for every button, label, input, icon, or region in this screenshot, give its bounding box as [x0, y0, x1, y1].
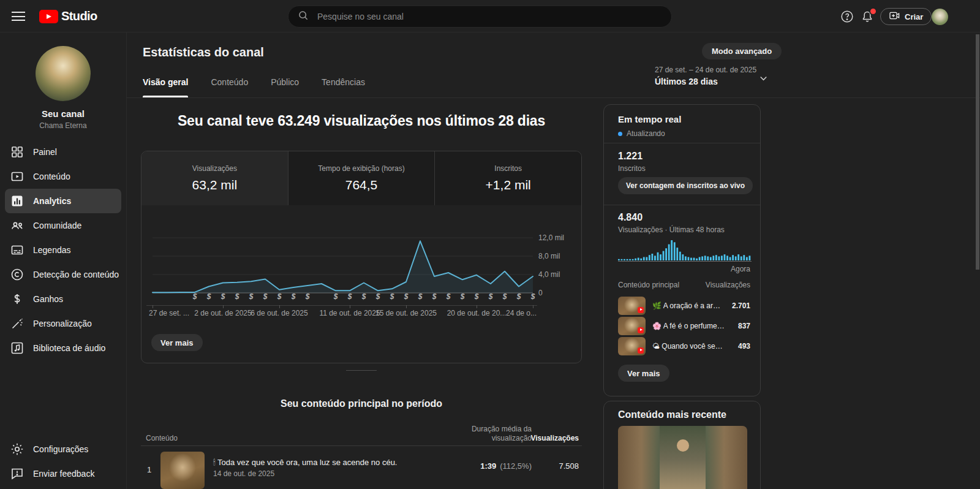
sidebar-item-personalizacao[interactable]: Personalização — [5, 311, 121, 336]
sidebar-footer-nav: ConfiguraçõesEnviar feedback — [0, 437, 126, 486]
table-row[interactable]: 1🕯 Toda vez que você ora, uma luz se ace… — [141, 448, 582, 489]
account-avatar[interactable] — [932, 9, 948, 25]
realtime-subscribers: 1.221 — [618, 151, 643, 162]
divider — [604, 205, 760, 205]
x-axis-tick — [350, 305, 350, 308]
create-video-icon — [889, 10, 900, 24]
sidebar-item-analytics[interactable]: Analytics — [5, 189, 121, 213]
tab-visao-geral[interactable]: Visão geral — [143, 77, 188, 97]
menu-icon[interactable] — [12, 12, 25, 21]
top-content-title: Seu conteúdo principal no período — [141, 398, 582, 409]
scrollbar-thumb[interactable] — [976, 34, 979, 270]
sidebar-item-deteccao-de-conteudo[interactable]: Detecção de conteúdo — [5, 262, 121, 287]
monetization-icon: $ — [219, 292, 227, 301]
video-thumbnail — [618, 297, 646, 315]
x-axis-line — [146, 305, 537, 306]
row-rank: 1 — [147, 465, 151, 474]
sidebar-item-conteudo[interactable]: Conteúdo — [5, 164, 121, 189]
sidebar-item-configuracoes[interactable]: Configurações — [5, 437, 121, 461]
help-icon[interactable] — [840, 9, 854, 24]
video-views: 837 — [729, 322, 750, 330]
see-more-button[interactable]: Ver mais — [151, 334, 203, 351]
settings-icon — [10, 442, 24, 457]
content-icon — [10, 169, 24, 184]
metric-card-inscritos[interactable]: Inscritos+1,2 mil — [435, 151, 581, 205]
monetization-icon: $ — [473, 292, 480, 301]
x-axis-label: 2 de out. de 2025 — [194, 309, 251, 317]
realtime-now-label: Agora — [731, 265, 750, 273]
realtime-content-item[interactable]: 🌿 A oração é a arma qu…2.701 — [618, 295, 750, 316]
section-divider — [346, 370, 377, 371]
column-header-avg-duration[interactable]: Duração média da visualização — [429, 425, 532, 443]
sidebar-item-label: Analytics — [33, 196, 71, 206]
sidebar-item-comunidade[interactable]: Comunidade — [5, 213, 121, 238]
search-input[interactable] — [316, 11, 671, 22]
video-views: 7.508 — [518, 461, 579, 471]
realtime-subscribers-label: Inscritos — [618, 164, 646, 173]
sidebar-item-label: Legendas — [33, 245, 71, 255]
realtime-list-headers: Conteúdo principal Visualizações — [618, 281, 750, 289]
sidebar-item-legendas[interactable]: Legendas — [5, 238, 121, 262]
advanced-mode-button[interactable]: Modo avançado — [702, 43, 782, 59]
video-date: 14 de out. de 2025 — [213, 469, 274, 478]
recent-content-card: Conteúdo mais recente — [603, 401, 761, 489]
x-axis-label: 6 de out. de 2025 — [251, 309, 307, 317]
realtime-see-more-button[interactable]: Ver mais — [618, 365, 669, 382]
metric-card-tempo-de-exibicao-horas[interactable]: Tempo de exibição (horas)764,5 — [288, 151, 435, 205]
channel-avatar[interactable] — [36, 46, 91, 101]
video-views: 493 — [729, 342, 750, 351]
page-title: Estatísticas do canal — [143, 45, 264, 59]
metric-card-visualizacoes[interactable]: Visualizações63,2 mil — [141, 151, 288, 205]
video-views: 2.701 — [729, 301, 750, 310]
tab-conteudo[interactable]: Conteúdo — [211, 77, 248, 97]
monetization-icon: $ — [417, 292, 424, 301]
monetization-icon: $ — [191, 292, 198, 301]
realtime-axis-line — [618, 261, 752, 262]
x-axis-tick — [533, 305, 533, 308]
topbar: Studio Criar — [0, 0, 980, 32]
realtime-content-item[interactable]: 🌤 Quando você se sente …493 — [618, 336, 750, 356]
live-subscriber-count-button[interactable]: Ver contagem de inscritos ao vivo — [618, 177, 753, 194]
x-axis-tick — [477, 305, 477, 308]
sidebar-item-enviar-feedback[interactable]: Enviar feedback — [5, 461, 121, 486]
youtube-logo-icon[interactable] — [39, 10, 58, 23]
x-axis-label: 27 de set. ... — [149, 309, 189, 317]
realtime-card: Em tempo real Atualizando 1.221 Inscrito… — [603, 104, 761, 396]
realtime-content-item[interactable]: 🌸 A fé é o perfume da al…837 — [618, 316, 750, 336]
sidebar-item-ganhos[interactable]: Ganhos — [5, 287, 121, 311]
x-axis-label: 24 de o... — [506, 309, 537, 317]
sidebar-item-biblioteca-de-audio[interactable]: Biblioteca de áudio — [5, 336, 121, 360]
monetization-icon: $ — [276, 292, 283, 301]
tab-publico[interactable]: Público — [271, 77, 299, 97]
monetization-icon: $ — [332, 292, 339, 301]
analytics-tabs: Visão geralConteúdoPúblicoTendências — [143, 77, 365, 97]
video-thumbnail — [618, 317, 646, 335]
column-header-views[interactable]: Visualizações — [518, 434, 579, 442]
realtime-top-content-list: 🌿 A oração é a arma qu…2.701🌸 A fé é o p… — [618, 295, 750, 356]
video-title: 🌿 A oração é a arma qu… — [652, 301, 725, 310]
monetization-icon: $ — [515, 292, 522, 301]
search-bar[interactable] — [288, 6, 672, 28]
chevron-down-icon[interactable] — [758, 72, 769, 84]
monetization-icon: $ — [459, 292, 466, 301]
sidebar-item-painel[interactable]: Painel — [5, 140, 121, 164]
tab-tendencias[interactable]: Tendências — [322, 77, 365, 97]
sidebar-item-label: Conteúdo — [33, 172, 70, 181]
metric-tabs: Visualizações63,2 milTempo de exibição (… — [141, 151, 581, 205]
monetization-icon: $ — [360, 292, 368, 301]
realtime-title: Em tempo real — [618, 114, 681, 124]
date-range-text: 27 de set. – 24 de out. de 2025 — [655, 66, 756, 74]
feedback-icon — [10, 466, 24, 481]
monetization-icon: $ — [374, 292, 382, 301]
video-title: 🌸 A fé é o perfume da al… — [652, 322, 725, 330]
video-title: 🌤 Quando você se sente … — [652, 342, 725, 351]
search-icon — [297, 9, 309, 24]
community-icon — [10, 218, 24, 233]
y-axis-label: 0 — [538, 289, 543, 297]
date-range-selector[interactable]: 27 de set. – 24 de out. de 2025 Últimos … — [655, 66, 756, 86]
monetization-icon: $ — [262, 292, 269, 301]
divider — [604, 143, 760, 143]
create-button[interactable]: Criar — [880, 8, 932, 25]
x-axis-label: 20 de out. de 20... — [447, 309, 507, 317]
recent-video-thumbnail[interactable] — [618, 426, 747, 489]
